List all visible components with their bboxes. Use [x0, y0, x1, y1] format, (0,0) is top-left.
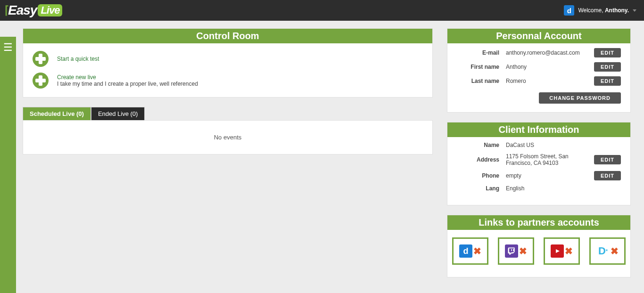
value-address: 1175 Folsom Street, San Francisco, CA 94… — [506, 153, 594, 166]
no-events-text: No events — [214, 134, 242, 141]
panel-title-partners: Links to partners accounts — [447, 215, 630, 230]
value-phone: empty — [506, 172, 594, 179]
edit-lastname-button[interactable]: EDIT — [594, 76, 621, 86]
tab-content: No events — [23, 120, 433, 155]
dacast-icon: d — [459, 244, 472, 258]
action-create-live[interactable]: Create new live I take my time and I cre… — [33, 73, 423, 89]
value-email: anthony.romero@dacast.com — [506, 49, 594, 56]
chevron-down-icon — [633, 9, 636, 12]
edit-email-button[interactable]: EDIT — [594, 48, 621, 57]
remove-icon: ✖ — [565, 245, 573, 257]
panel-control-room: Control Room Start a quick test Create n… — [23, 28, 433, 98]
youtube-icon — [551, 244, 564, 258]
panel-partners: Links to partners accounts d ✖ ✖ ✖ — [447, 215, 631, 277]
partner-dacast[interactable]: d ✖ — [452, 237, 488, 265]
tab-scheduled-live[interactable]: Scheduled Live (0) — [23, 107, 91, 120]
label-address: Address — [457, 156, 499, 163]
value-lastname: Romero — [506, 78, 594, 84]
edit-firstname-button[interactable]: EDIT — [594, 62, 621, 72]
avatar: d — [564, 5, 574, 16]
partner-youtube[interactable]: ✖ — [544, 237, 580, 265]
sidebar-toggle[interactable]: ☰ — [0, 37, 16, 293]
panel-client-info: Client Information Name DaCast US Addres… — [447, 122, 631, 205]
remove-icon: ✖ — [519, 245, 527, 257]
tab-ended-live[interactable]: Ended Live (0) — [91, 107, 145, 120]
label-lastname: Last name — [457, 78, 499, 84]
logo-text-easy: Easy — [8, 3, 37, 18]
brand-logo: ⌈ Easy Live — [5, 3, 62, 18]
plus-icon — [33, 51, 49, 67]
edit-phone-button[interactable]: EDIT — [594, 171, 621, 180]
create-live-sub: I take my time and I create a proper liv… — [57, 81, 198, 87]
user-menu[interactable]: d Welcome, Anthony. — [564, 5, 636, 16]
remove-icon: ✖ — [473, 245, 481, 257]
panel-title-control: Control Room — [23, 29, 432, 43]
live-tabs: Scheduled Live (0) Ended Live (0) — [23, 107, 433, 120]
panel-personal-account: Personnal Account E-mail anthony.romero@… — [447, 28, 631, 113]
label-firstname: First name — [457, 64, 499, 70]
partner-twitch[interactable]: ✖ — [498, 237, 534, 265]
hamburger-icon: ☰ — [3, 42, 13, 53]
create-live-label: Create new live — [57, 74, 198, 81]
label-client-name: Name — [457, 142, 499, 148]
value-firstname: Anthony — [506, 64, 594, 70]
action-quick-test[interactable]: Start a quick test — [33, 51, 423, 67]
label-email: E-mail — [457, 49, 499, 56]
quick-test-label: Start a quick test — [57, 56, 99, 62]
logo-text-live: Live — [38, 4, 62, 16]
label-phone: Phone — [457, 172, 499, 179]
dailymotion-icon: D* — [596, 244, 610, 258]
change-password-button[interactable]: CHANGE PASSWORD — [539, 92, 621, 104]
panel-title-account: Personnal Account — [447, 29, 630, 43]
topbar: ⌈ Easy Live d Welcome, Anthony. — [0, 0, 644, 21]
value-client-name: DaCast US — [506, 142, 621, 148]
welcome-text: Welcome, Anthony. — [578, 7, 629, 14]
label-lang: Lang — [457, 185, 499, 192]
edit-address-button[interactable]: EDIT — [594, 155, 621, 164]
value-lang: English — [506, 185, 621, 192]
plus-icon — [33, 73, 49, 89]
twitch-icon — [505, 244, 518, 258]
panel-title-client: Client Information — [447, 122, 630, 137]
partner-dailymotion[interactable]: D* ✖ — [589, 237, 626, 265]
remove-icon: ✖ — [611, 245, 619, 257]
svg-marker-0 — [556, 249, 560, 253]
